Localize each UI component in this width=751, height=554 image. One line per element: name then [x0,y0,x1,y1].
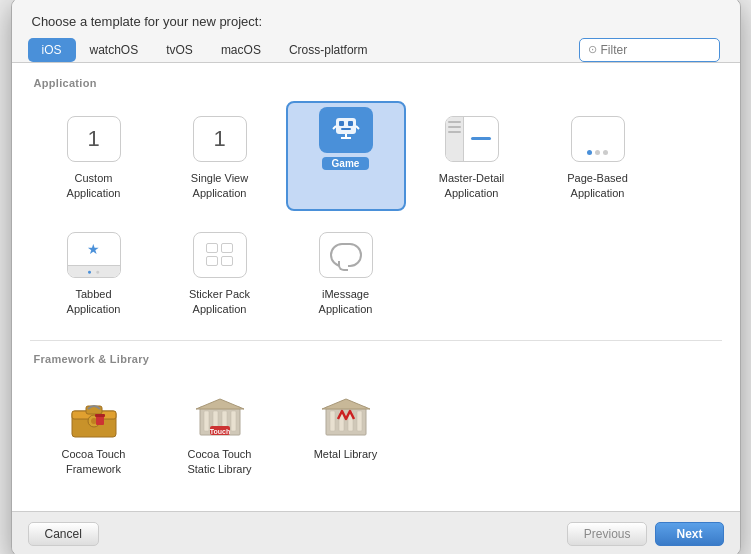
svg-rect-1 [339,121,344,126]
cocoa-framework-label: Cocoa TouchFramework [61,447,125,477]
dialog-header: Choose a template for your new project: [12,0,740,38]
game-icon: Game [316,113,376,165]
application-grid: 1 CustomApplication 1 Single ViewApplica… [30,97,722,330]
template-cocoa-static[interactable]: Touch Cocoa TouchStatic Library [160,377,280,487]
custom-app-label: CustomApplication [67,171,121,201]
dialog-title: Choose a template for your new project: [32,14,263,29]
svg-rect-2 [348,121,353,126]
section-application-label: Application [30,73,722,97]
next-button[interactable]: Next [655,522,723,546]
stickerpack-app-label: Sticker PackApplication [189,287,250,317]
template-tabbed-application[interactable]: ★ ● ● TabbedApplication [34,217,154,327]
template-cocoa-framework[interactable]: Cocoa TouchFramework [34,377,154,487]
svg-text:Touch: Touch [209,428,229,435]
svg-rect-0 [336,118,356,134]
metal-library-label: Metal Library [314,447,378,462]
cocoa-static-icon: Touch [190,389,250,441]
previous-button[interactable]: Previous [567,522,648,546]
pagebased-app-label: Page-BasedApplication [567,171,628,201]
singleview-app-label: Single ViewApplication [191,171,248,201]
cocoa-static-label: Cocoa TouchStatic Library [187,447,251,477]
template-custom-application[interactable]: 1 CustomApplication [34,101,154,211]
template-game[interactable]: Game [286,101,406,211]
game-svg-icon [328,112,364,148]
svg-marker-20 [196,399,244,409]
cocoa-framework-svg [66,391,122,439]
nav-buttons: Previous Next [567,522,724,546]
svg-rect-19 [231,411,236,431]
masterdetail-app-label: Master-DetailApplication [439,171,504,201]
platform-tab-bar: iOS watchOS tvOS macOS Cross-platform ⊙ [12,38,740,63]
svg-rect-24 [330,411,335,431]
template-content: Application 1 CustomApplication 1 [12,63,740,511]
metal-library-icon [316,389,376,441]
cocoa-framework-icon [64,389,124,441]
template-stickerpack-application[interactable]: Sticker PackApplication [160,217,280,327]
svg-rect-3 [341,128,351,130]
framework-section: Framework & Library [30,340,722,491]
masterdetail-app-icon [442,113,502,165]
imessage-app-label: iMessageApplication [319,287,373,317]
template-metal-library[interactable]: Metal Library [286,377,406,487]
pagebased-app-icon [568,113,628,165]
cancel-button[interactable]: Cancel [28,522,99,546]
tabbed-app-icon: ★ ● ● [64,229,124,281]
dialog-footer: Cancel Previous Next [12,511,740,554]
template-singleview-application[interactable]: 1 Single ViewApplication [160,101,280,211]
tabbed-app-label: TabbedApplication [67,287,121,317]
imessage-app-icon [316,229,376,281]
svg-rect-16 [204,411,209,431]
stickerpack-app-icon [190,229,250,281]
filter-icon: ⊙ [588,43,597,56]
filter-wrap: ⊙ [579,38,720,62]
singleview-app-icon: 1 [190,113,250,165]
project-template-dialog: Choose a template for your new project: … [11,0,741,554]
metal-library-svg [318,391,374,439]
svg-marker-28 [322,399,370,409]
svg-rect-14 [95,414,105,417]
template-masterdetail-application[interactable]: Master-DetailApplication [412,101,532,211]
tab-crossplatform[interactable]: Cross-platform [275,38,382,62]
filter-input[interactable] [601,43,711,57]
framework-grid: Cocoa TouchFramework [30,373,722,491]
svg-line-6 [333,126,336,129]
cocoa-static-svg: Touch [192,391,248,439]
tab-macos[interactable]: macOS [207,38,275,62]
svg-rect-10 [86,406,102,414]
tab-tvos[interactable]: tvOS [152,38,207,62]
template-imessage-application[interactable]: iMessageApplication [286,217,406,327]
svg-rect-27 [357,411,362,431]
tab-watchos[interactable]: watchOS [76,38,153,62]
template-pagebased-application[interactable]: Page-BasedApplication [538,101,658,211]
custom-app-icon: 1 [64,113,124,165]
section-framework-label: Framework & Library [30,349,722,373]
tab-ios[interactable]: iOS [28,38,76,62]
svg-line-7 [356,126,359,129]
